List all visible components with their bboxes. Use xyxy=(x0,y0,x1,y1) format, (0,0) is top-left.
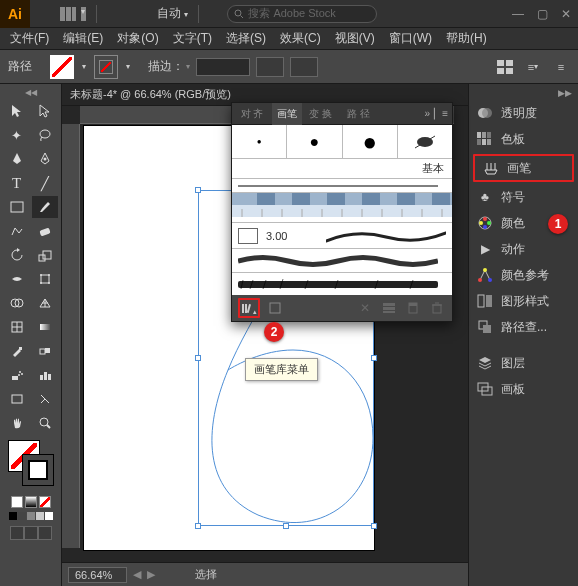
stroke-stepper-down[interactable]: ▾ xyxy=(186,62,190,71)
symbol-sprayer-tool[interactable] xyxy=(4,364,30,386)
pen-tool[interactable] xyxy=(4,148,30,170)
delete-brush-icon[interactable] xyxy=(428,299,446,317)
search-mode-label[interactable]: 自动 ▾ xyxy=(157,5,188,22)
gradient-mode[interactable] xyxy=(25,496,37,508)
brush-round-3[interactable]: ● xyxy=(343,125,398,158)
search-input[interactable]: 搜索 Adobe Stock xyxy=(227,5,377,23)
paintbrush-tool[interactable] xyxy=(32,196,58,218)
scale-tool[interactable] xyxy=(32,244,58,266)
maximize-button[interactable]: ▢ xyxy=(530,0,554,28)
options-icon[interactable] xyxy=(496,58,514,76)
panel-tab-more[interactable]: » xyxy=(425,108,431,119)
menu-object[interactable]: 对象(O) xyxy=(111,30,164,47)
handle-mid-left[interactable] xyxy=(195,355,201,361)
free-transform-tool[interactable] xyxy=(32,268,58,290)
sidebar-item-color-guide[interactable]: 颜色参考 xyxy=(469,262,578,288)
lasso-tool[interactable] xyxy=(32,124,58,146)
stroke-weight-input[interactable] xyxy=(196,58,250,76)
vertical-ruler[interactable] xyxy=(62,124,80,548)
handle-top-left[interactable] xyxy=(195,187,201,193)
sidebar-item-actions[interactable]: ▶ 动作 xyxy=(469,236,578,262)
library-menu-icon[interactable] xyxy=(264,298,286,318)
eyedropper-tool[interactable] xyxy=(4,340,30,362)
sidebar-item-graphic-styles[interactable]: 图形样式 xyxy=(469,288,578,314)
artboard-next[interactable]: ▶ xyxy=(147,568,155,581)
variable-width-profile[interactable] xyxy=(256,57,284,77)
handle-mid-right[interactable] xyxy=(371,355,377,361)
brush-art-wave[interactable] xyxy=(232,249,452,273)
shaper-tool[interactable] xyxy=(4,220,30,242)
fill-stroke-controls[interactable] xyxy=(8,440,54,486)
essentials-dropdown[interactable]: ≡ ▾ xyxy=(524,58,542,76)
mesh-tool[interactable] xyxy=(4,316,30,338)
brush-touch-cal[interactable] xyxy=(398,125,452,158)
toolbox-collapse[interactable]: ◀◀ xyxy=(2,88,59,98)
rotate-tool[interactable] xyxy=(4,244,30,266)
magic-wand-tool[interactable]: ✦ xyxy=(4,124,30,146)
stroke-swatch[interactable] xyxy=(94,55,118,79)
brushes-list[interactable]: ● ● ● 基本 3.00 xyxy=(232,125,452,295)
fill-dropdown[interactable]: ▾ xyxy=(82,62,86,71)
sidebar-item-transparency[interactable]: 透明度 xyxy=(469,100,578,126)
brush-calligraphic[interactable]: 3.00 xyxy=(232,223,452,249)
curvature-tool[interactable] xyxy=(32,148,58,170)
menu-help[interactable]: 帮助(H) xyxy=(440,30,493,47)
presentation-mode[interactable] xyxy=(38,526,52,540)
options-of-selected-icon[interactable] xyxy=(380,299,398,317)
rectangle-tool[interactable] xyxy=(4,196,30,218)
panel-tab-align[interactable]: 对齐 xyxy=(236,107,270,121)
menu-file[interactable]: 文件(F) xyxy=(4,30,55,47)
brush-definition[interactable] xyxy=(290,57,318,77)
column-graph-tool[interactable] xyxy=(32,364,58,386)
gradient-tool[interactable] xyxy=(32,316,58,338)
panel-menu-icon[interactable]: ▏≡ xyxy=(434,108,448,119)
more-icon[interactable]: ≡ xyxy=(552,58,570,76)
stroke-box[interactable] xyxy=(22,454,54,486)
type-tool[interactable]: T xyxy=(4,172,30,194)
width-tool[interactable] xyxy=(4,268,30,290)
minimize-button[interactable]: — xyxy=(506,0,530,28)
sidebar-item-brushes[interactable]: 画笔 xyxy=(473,154,574,182)
sidebar-item-swatches[interactable]: 色板 xyxy=(469,126,578,152)
menu-window[interactable]: 窗口(W) xyxy=(383,30,438,47)
brushes-panel[interactable]: 对齐 画笔 变换 路径 » ▏≡ ● ● ● 基本 3.00 xyxy=(231,102,453,322)
arrange-docs-button[interactable]: ▾ xyxy=(60,5,86,23)
brush-round-1[interactable]: ● xyxy=(232,125,287,158)
normal-screen-mode[interactable] xyxy=(10,526,24,540)
panel-tab-pathfinder[interactable]: 路径 xyxy=(342,107,378,121)
slice-tool[interactable] xyxy=(32,388,58,410)
full-screen-mode[interactable] xyxy=(24,526,38,540)
brush-libraries-button[interactable]: ▴ xyxy=(238,298,260,318)
menu-effect[interactable]: 效果(C) xyxy=(274,30,327,47)
fill-swatch[interactable] xyxy=(50,55,74,79)
brush-charcoal[interactable] xyxy=(232,273,452,295)
sidebar-item-layers[interactable]: 图层 xyxy=(469,350,578,376)
blend-tool[interactable] xyxy=(32,340,58,362)
hand-tool[interactable] xyxy=(4,412,30,434)
zoom-tool[interactable] xyxy=(32,412,58,434)
menu-edit[interactable]: 编辑(E) xyxy=(57,30,109,47)
new-brush-icon[interactable] xyxy=(404,299,422,317)
sidebar-collapse[interactable]: ▶▶ xyxy=(469,88,578,100)
menu-select[interactable]: 选择(S) xyxy=(220,30,272,47)
direct-selection-tool[interactable] xyxy=(32,100,58,122)
selection-tool[interactable] xyxy=(4,100,30,122)
handle-bottom-right[interactable] xyxy=(371,523,377,529)
menu-view[interactable]: 视图(V) xyxy=(329,30,381,47)
brush-pattern-stroke[interactable] xyxy=(232,193,452,223)
sidebar-item-symbols[interactable]: ♣ 符号 xyxy=(469,184,578,210)
none-mode[interactable] xyxy=(39,496,51,508)
artboard-tool[interactable] xyxy=(4,388,30,410)
eraser-tool[interactable] xyxy=(32,220,58,242)
sidebar-item-artboards[interactable]: 画板 xyxy=(469,376,578,402)
sidebar-item-pathfinder[interactable]: 路径查... xyxy=(469,314,578,340)
line-segment-tool[interactable]: ╱ xyxy=(32,172,58,194)
close-button[interactable]: ✕ xyxy=(554,0,578,28)
perspective-grid-tool[interactable] xyxy=(32,292,58,314)
handle-bottom-mid[interactable] xyxy=(283,523,289,529)
remove-brush-stroke-icon[interactable]: ✕ xyxy=(356,299,374,317)
zoom-selector[interactable]: 66.64% xyxy=(68,567,127,583)
shape-builder-tool[interactable] xyxy=(4,292,30,314)
menu-type[interactable]: 文字(T) xyxy=(167,30,218,47)
handle-bottom-left[interactable] xyxy=(195,523,201,529)
